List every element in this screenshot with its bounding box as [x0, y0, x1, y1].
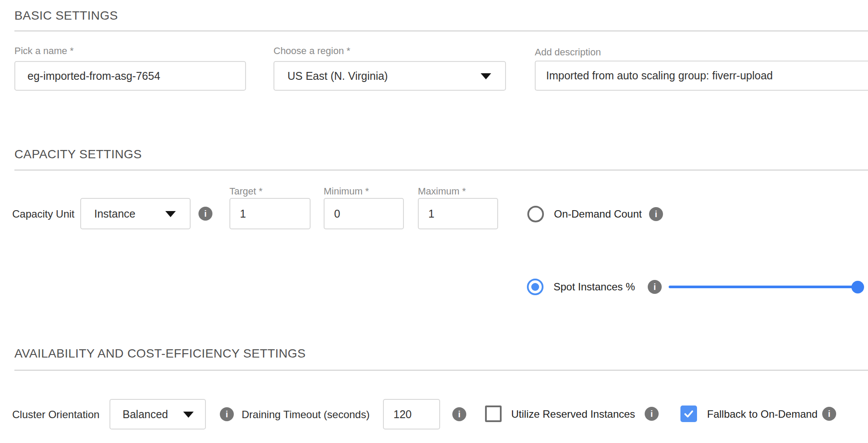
maximum-input[interactable] — [418, 198, 498, 229]
capacity-settings-title: CAPACITY SETTINGS — [14, 147, 142, 161]
availability-settings-title: AVAILABILITY AND COST-EFFICIENCY SETTING… — [14, 347, 306, 361]
minimum-label: Minimum * — [324, 186, 369, 197]
utilize-reserved-instances-info-icon[interactable]: i — [645, 407, 659, 421]
fallback-to-on-demand-label: Fallback to On-Demand — [707, 408, 817, 420]
section-divider — [14, 170, 868, 170]
section-divider — [14, 370, 868, 371]
maximum-label: Maximum * — [418, 186, 466, 197]
spot-percentage-slider-track[interactable] — [669, 286, 858, 288]
on-demand-count-label: On-Demand Count — [554, 208, 642, 220]
description-input[interactable] — [535, 61, 868, 91]
cluster-orientation-select-value: Balanced — [123, 408, 168, 421]
utilize-reserved-instances-checkbox[interactable] — [485, 406, 502, 422]
fallback-to-on-demand-info-icon[interactable]: i — [822, 407, 836, 421]
target-label: Target * — [229, 186, 263, 197]
basic-settings-title: BASIC SETTINGS — [14, 9, 118, 23]
section-divider — [14, 31, 868, 31]
minimum-input[interactable] — [324, 198, 404, 229]
spot-instances-info-icon[interactable]: i — [648, 280, 662, 294]
name-label: Pick a name * — [14, 45, 74, 57]
spot-instances-label: Spot Instances % — [554, 281, 635, 293]
region-label: Choose a region * — [273, 45, 350, 57]
region-select[interactable]: US East (N. Virginia) — [273, 61, 506, 91]
capacity-unit-select-value: Instance — [94, 208, 136, 220]
capacity-unit-select[interactable]: Instance — [80, 198, 191, 229]
draining-timeout-label: Draining Timeout (seconds) — [242, 409, 369, 421]
chevron-down-icon — [183, 412, 194, 418]
target-input[interactable] — [229, 198, 311, 229]
description-label: Add description — [535, 47, 601, 58]
fallback-to-on-demand-checkbox[interactable] — [680, 406, 697, 422]
utilize-reserved-instances-label: Utilize Reserved Instances — [511, 408, 635, 420]
cluster-orientation-label: Cluster Orientation — [12, 409, 99, 421]
cluster-orientation-select[interactable]: Balanced — [109, 399, 206, 429]
chevron-down-icon — [481, 73, 491, 79]
chevron-down-icon — [165, 211, 176, 217]
on-demand-count-radio[interactable] — [527, 206, 544, 222]
draining-timeout-info-icon[interactable]: i — [452, 407, 466, 421]
capacity-unit-info-icon[interactable]: i — [198, 207, 212, 221]
spot-percentage-slider-thumb[interactable] — [851, 281, 864, 293]
draining-timeout-input[interactable] — [383, 399, 440, 429]
name-input[interactable] — [14, 61, 246, 91]
on-demand-count-info-icon[interactable]: i — [649, 207, 663, 221]
spot-instances-radio[interactable] — [527, 279, 543, 295]
capacity-unit-label: Capacity Unit — [12, 208, 75, 220]
region-select-value: US East (N. Virginia) — [287, 70, 388, 82]
cluster-orientation-info-icon[interactable]: i — [220, 407, 234, 421]
elastigroup-settings-form: BASIC SETTINGS Pick a name * Choose a re… — [0, 0, 868, 443]
